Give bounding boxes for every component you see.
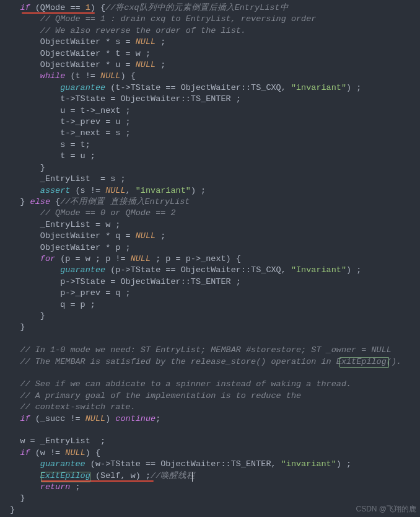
code-line: // In 1-0 mode we need: ST EntryList; ME…: [0, 345, 392, 355]
code-line: ObjectWaiter * p ;: [0, 243, 131, 252]
code-line: t->TState = ObjectWaiter::TS_ENTER ;: [0, 94, 241, 104]
code-line: u = t->_next ;: [0, 106, 131, 115]
code-line: // A primary goal of the implementation …: [0, 391, 301, 400]
code-line: _EntryList = s ;: [0, 174, 126, 183]
code-line: while (t != NULL) {: [0, 71, 136, 81]
code-line: // See if we can abdicate to a spinner i…: [0, 379, 351, 389]
code-line: if (_succ != NULL) continue;: [0, 414, 160, 423]
code-line: // We also reverse the order of the list…: [0, 26, 246, 35]
code-line: t = u ;: [0, 151, 95, 161]
code-line: }: [0, 163, 45, 172]
code-line: p->_prev = q ;: [0, 288, 131, 298]
code-line: [0, 334, 5, 343]
annotation-underline-qmode: [22, 12, 95, 14]
code-line: }: [0, 322, 25, 332]
code-line: ExitEpilog (Self, w) ;//唤醒线程: [0, 471, 195, 480]
annotation-box-exitepilog-call: [41, 472, 90, 482]
annotation-box-exitepilog-comment: [339, 357, 389, 368]
code-line: }: [0, 493, 25, 503]
code-line: ObjectWaiter * u = NULL ;: [0, 60, 165, 69]
text-cursor: [192, 472, 193, 482]
code-line: t->_next = s ;: [0, 128, 131, 138]
code-line: guarantee (t->TState == ObjectWaiter::TS…: [0, 83, 361, 92]
code-line: // QMode == 0 or QMode == 2: [0, 208, 176, 218]
code-line: if (QMode == 1) {//将cxq队列中的元素倒置后插入EntryL…: [0, 3, 289, 12]
watermark: CSDN @飞翔的鹿: [356, 504, 416, 515]
code-line: [0, 368, 5, 378]
code-line: t->_prev = u ;: [0, 117, 131, 126]
code-line: // context-switch rate.: [0, 402, 136, 412]
code-line: // QMode == 1 : drain cxq to EntryList, …: [0, 14, 316, 24]
code-line: guarantee (p->TState == ObjectWaiter::TS…: [0, 265, 361, 275]
code-line: ObjectWaiter * t = w ;: [0, 49, 151, 58]
code-line: [0, 425, 5, 435]
code-line: assert (s != NULL, "invariant") ;: [0, 186, 206, 195]
code-line: guarantee (w->TState == ObjectWaiter::TS…: [0, 459, 351, 469]
code-block: if (QMode == 1) {//将cxq队列中的元素倒置后插入EntryL…: [0, 0, 420, 516]
code-line: ObjectWaiter * s = NULL ;: [0, 37, 165, 46]
code-line: for (p = w ; p != NULL ; p = p->_next) {: [0, 254, 241, 263]
code-line: s = t;: [0, 140, 90, 149]
code-line: if (w != NULL) {: [0, 448, 100, 457]
code-line: } else {//不用倒置 直接插入EntryList: [0, 197, 190, 206]
code-line: _EntryList = w ;: [0, 220, 120, 229]
code-line: }: [0, 505, 15, 515]
code-line: }: [0, 311, 45, 320]
code-line: q = p ;: [0, 300, 95, 309]
code-line: return ;: [0, 482, 81, 492]
code-line: p->TState = ObjectWaiter::TS_ENTER ;: [0, 277, 241, 286]
code-line: ObjectWaiter * q = NULL ;: [0, 231, 165, 241]
code-line: w = _EntryList ;: [0, 436, 105, 446]
